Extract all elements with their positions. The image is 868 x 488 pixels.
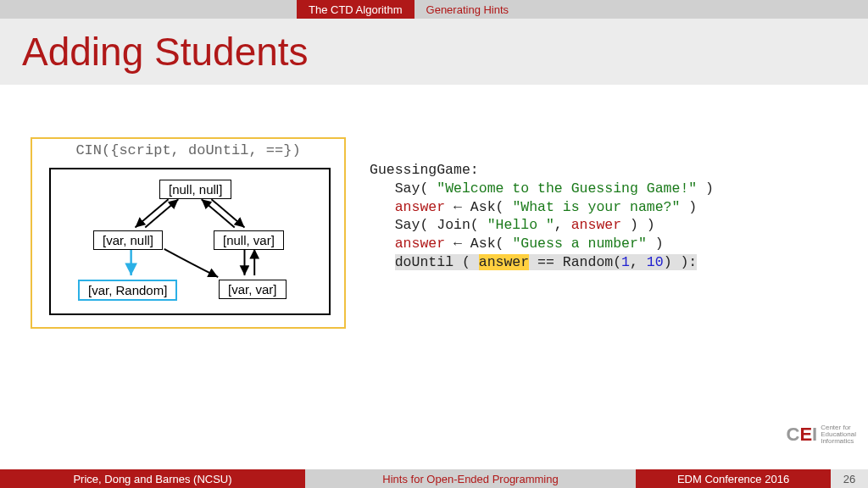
logo-text: Center forEducationalInformatics (821, 424, 856, 445)
code-line-3: answer ← Ask( "What is your name?" ) (370, 198, 714, 217)
svg-line-1 (145, 199, 178, 227)
footer-title: Hints for Open-Ended Programming (305, 469, 636, 488)
slide-content: CIN({script, doUntil, ==}) (0, 85, 868, 469)
footer-conference: EDM Conference 2016 (636, 469, 831, 488)
code-line-5: answer ← Ask( "Guess a number" ) (370, 235, 714, 253)
tab-ctd-algorithm: The CTD Algorithm (297, 0, 415, 19)
section-tabs: The CTD Algorithm Generating Hints (0, 0, 868, 19)
node-var-null: [var, null] (93, 230, 163, 250)
svg-line-3 (202, 199, 235, 227)
svg-line-2 (211, 199, 244, 227)
node-null-null: [null, null] (159, 180, 231, 199)
tab-spacer (0, 0, 297, 19)
node-var-var: [var, var] (219, 280, 287, 299)
cin-diagram: CIN({script, doUntil, ==}) (31, 137, 346, 329)
svg-line-0 (136, 199, 169, 227)
state-graph: [null, null] [var, null] [null, var] [va… (49, 168, 331, 315)
slide-title: Adding Students (22, 29, 309, 75)
title-band: Adding Students (0, 19, 868, 85)
logo-mark: CEI (786, 424, 817, 446)
node-var-random: [var, Random] (78, 280, 177, 301)
tab-generating-hints: Generating Hints (415, 0, 521, 19)
code-line-4: Say( Join( "Hello ", answer ) ) (370, 216, 714, 235)
code-line-1: GuessingGame: (370, 161, 714, 180)
code-block: GuessingGame: Say( "Welcome to the Guess… (370, 161, 714, 272)
cin-header: CIN({script, doUntil, ==}) (32, 139, 344, 158)
slide-footer: Price, Dong and Barnes (NCSU) Hints for … (0, 469, 868, 488)
footer-page-number: 26 (831, 469, 868, 488)
code-line-6: doUntil ( answer == Random(1, 10) ): (370, 253, 714, 272)
code-line-2: Say( "Welcome to the Guessing Game!" ) (370, 180, 714, 198)
cei-logo: CEI Center forEducationalInformatics (786, 424, 856, 446)
footer-authors: Price, Dong and Barnes (NCSU) (0, 469, 305, 488)
node-null-var: [null, var] (214, 230, 284, 250)
